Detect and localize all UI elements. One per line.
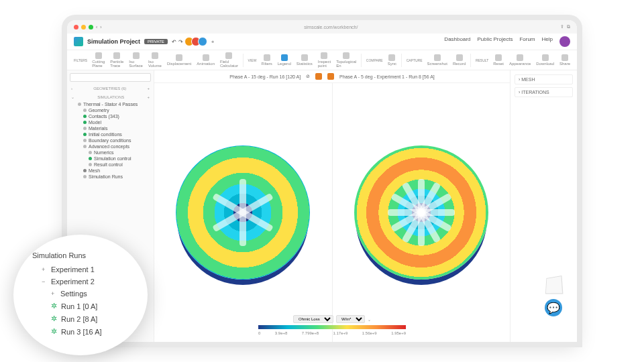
canvas-header: Phase A - 15 deg - Run 16 [120 A] ⊘ Phas… (154, 70, 510, 83)
toolbar-reset[interactable]: Reset (493, 54, 504, 66)
logo-icon (74, 37, 83, 46)
thermal-result-right[interactable] (354, 145, 488, 280)
toolbar-record[interactable]: Record (453, 54, 466, 66)
tree-item[interactable]: Model (70, 119, 151, 125)
legend-tick: 1.17e+9 (333, 331, 347, 335)
toolbar-compare-label: COMPARE (366, 58, 383, 62)
nav-fwd-icon[interactable]: › (100, 25, 101, 29)
url-bar[interactable]: simscale.com/workbench/ (105, 25, 557, 29)
minimize-icon[interactable] (81, 25, 86, 29)
sidebar-simulations[interactable]: ⌄SIMULATIONS+ (70, 93, 151, 101)
tree-item[interactable]: Boundary conditions (70, 137, 151, 143)
right-panel: › MESH › ITERATIONS (510, 70, 577, 342)
legend-unit-select[interactable]: W/m³ (336, 315, 365, 323)
tree-item[interactable]: Geometry (70, 107, 151, 113)
nav-dashboard[interactable]: Dashboard (444, 36, 470, 47)
zoom-item[interactable]: ✲Run 2 [8 A] (32, 312, 129, 325)
panel-iterations[interactable]: › ITERATIONS (515, 87, 573, 97)
tree-item[interactable]: Simulation control (70, 156, 151, 162)
project-title: Simulation Project (87, 38, 140, 45)
legend-field-select[interactable]: Ohmic Loss (293, 315, 333, 323)
legend-expand-icon[interactable]: ⌄ (368, 317, 371, 322)
tree-item[interactable]: Thermal - Stator 4 Passes (70, 101, 151, 107)
toolbar-appearance[interactable]: Appearance (509, 54, 531, 66)
share-icon[interactable]: ⇪ (560, 24, 564, 29)
viewport-right[interactable] (333, 83, 511, 342)
zoom-item[interactable]: −Experiment 2 (32, 276, 129, 288)
view-icon[interactable] (315, 73, 322, 80)
sidebar-search-input[interactable] (70, 73, 151, 82)
collaborators[interactable] (187, 37, 207, 46)
zoom-item[interactable]: +Experiment 1 (32, 263, 129, 276)
toolbar-filters[interactable]: Filters (261, 54, 272, 66)
nav-help[interactable]: Help (542, 36, 553, 47)
toolbar-iso-volume[interactable]: Iso Volume (148, 52, 162, 68)
viewport-left[interactable] (154, 83, 333, 342)
legend-tick: 7.799e+8 (302, 331, 319, 335)
view-title-right[interactable]: Phase A - 5 deg - Experiment 1 - Run 8 [… (339, 74, 435, 79)
toolbar-legend[interactable]: Legend (278, 54, 291, 66)
view-title-left[interactable]: Phase A - 15 deg - Run 16 [120 A] (229, 74, 301, 79)
chat-button[interactable]: 💬 (545, 299, 562, 316)
tree-item[interactable]: Advanced concepts (70, 143, 151, 149)
toolbar-result-label: RESULT (476, 58, 488, 62)
canvas: Phase A - 15 deg - Run 16 [120 A] ⊘ Phas… (154, 70, 510, 342)
nav-back-icon[interactable]: ‹ (96, 25, 97, 29)
tree-item[interactable]: Simulation Runs (70, 174, 151, 180)
legend-tick: 0 (258, 331, 260, 335)
toolbar-inspect-point[interactable]: Inspect point (318, 52, 331, 68)
toolbar-topological-en[interactable]: Topological En (336, 52, 356, 68)
tree-item[interactable]: Initial conditions (70, 131, 151, 137)
toolbar-screenshot[interactable]: Screenshot (427, 54, 447, 66)
nav-public-projects[interactable]: Public Projects (478, 36, 513, 47)
traffic-lights (74, 25, 93, 29)
toolbar-field-calculator[interactable]: Field Calculator (220, 52, 238, 68)
zoom-inset: Simulation Runs +Experiment 1−Experiment… (13, 235, 148, 355)
legend-tick: 3.9e+8 (275, 331, 288, 335)
toolbar: FILTERS Cutting PlaneParticle TraceIso S… (67, 50, 577, 70)
toolbar-statistics[interactable]: Statistics (297, 54, 313, 66)
legend-gradient (258, 325, 406, 329)
lock-icon[interactable]: ⊘ (306, 74, 310, 79)
toolbar-displacement[interactable]: Displacement (167, 54, 191, 66)
panel-mesh[interactable]: › MESH (515, 74, 573, 84)
close-icon[interactable] (74, 25, 78, 29)
zoom-item[interactable]: ✲Run 1 [0 A] (32, 300, 129, 312)
legend-tick: 1.95e+9 (391, 331, 406, 335)
redo-icon[interactable]: ↷ (178, 39, 183, 45)
add-collaborator-button[interactable]: + (211, 39, 215, 45)
toolbar-view-label: VIEW (248, 58, 257, 62)
copy-icon[interactable]: ⧉ (567, 24, 570, 29)
legend-tick: 1.56e+9 (362, 331, 377, 335)
toolbar-download[interactable]: Download (536, 54, 554, 66)
sidebar-geometries[interactable]: ›GEOMETRIES (6)+ (70, 84, 151, 93)
toolbar-iso-surface[interactable]: Iso Surface (129, 52, 143, 68)
thermal-result-left[interactable] (176, 145, 310, 280)
toolbar-capture-label: CAPTURE (407, 58, 423, 62)
toolbar-cutting-plane[interactable]: Cutting Plane (92, 52, 105, 68)
privacy-badge: PRIVATE (144, 39, 168, 44)
avatar[interactable] (198, 37, 207, 46)
legend-ticks: 03.9e+87.799e+81.17e+91.56e+91.95e+9 (258, 331, 406, 335)
app-header: Simulation Project PRIVATE ↶ ↷ + Dashboa… (67, 34, 577, 50)
tree-item[interactable]: Contacts (343) (70, 113, 151, 119)
zoom-item[interactable]: +Settings (32, 288, 129, 300)
toolbar-filters-label: FILTERS (74, 58, 87, 62)
tree-item[interactable]: Mesh (70, 168, 151, 174)
toolbar-animation[interactable]: Animation (197, 54, 215, 66)
undo-icon[interactable]: ↶ (172, 39, 176, 45)
toolbar-share[interactable]: Share (559, 54, 570, 66)
user-avatar[interactable] (559, 36, 570, 47)
tree-item[interactable]: Materials (70, 125, 151, 131)
view-icon[interactable] (327, 73, 334, 80)
zoom-title: Simulation Runs (32, 251, 129, 259)
axis-cube[interactable] (545, 276, 563, 294)
tree-item[interactable]: Result control (70, 162, 151, 168)
tree-item[interactable]: Numerics (70, 149, 151, 156)
toolbar-sync[interactable]: Sync (388, 54, 396, 66)
toolbar-particle-trace[interactable]: Particle Trace (110, 52, 123, 68)
zoom-item[interactable]: ✲Run 3 [16 A] (32, 325, 129, 338)
maximize-icon[interactable] (89, 25, 93, 29)
nav-forum[interactable]: Forum (519, 36, 535, 47)
browser-chrome: ‹ › simscale.com/workbench/ ⇪ ⧉ (67, 20, 577, 34)
